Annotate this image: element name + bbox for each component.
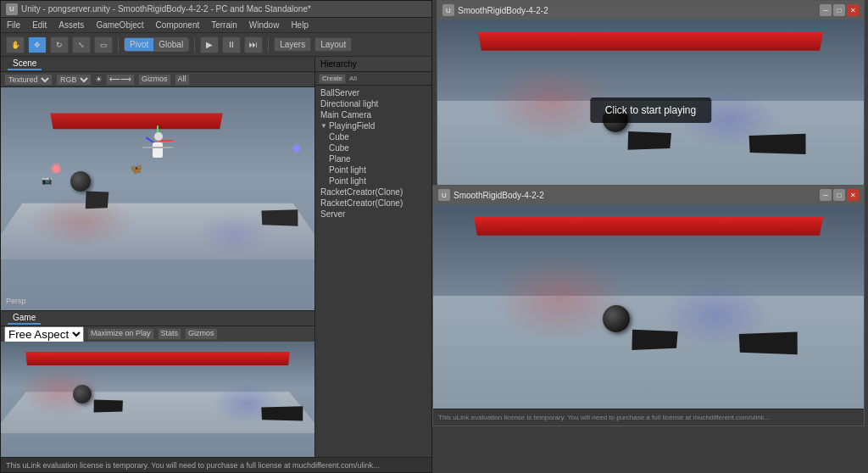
menu-file[interactable]: File: [4, 19, 23, 31]
scene-view-mode-select[interactable]: Textured: [4, 74, 53, 86]
layout-button[interactable]: Layout: [314, 37, 352, 52]
menu-gameobject[interactable]: GameObject: [93, 19, 146, 31]
hier-item-plane[interactable]: Plane: [315, 153, 431, 164]
game-panel-tabs: Game: [1, 311, 314, 326]
game-3d-view: [1, 342, 314, 459]
maximize-on-play-button[interactable]: Maximize on Play: [87, 328, 154, 340]
hierarchy-content: BallServer Directional light Main Camera…: [315, 86, 431, 459]
scene-game-panels: Scene Textured RGB ☀ ⟵⟶ Gizmos All: [1, 57, 314, 459]
smooth-window-1: U SmoothRigidBody-4-2-2 ─ □ ✕ Click to s…: [437, 0, 865, 182]
playingfield-arrow: ▼: [320, 122, 327, 130]
hier-item-ballserver[interactable]: BallServer: [315, 87, 431, 98]
hier-item-playingfield[interactable]: ▼ PlayingField: [315, 120, 431, 131]
stats-button[interactable]: Stats: [158, 328, 182, 340]
toolbar-separator-2: [194, 37, 195, 53]
gizmos-game-button[interactable]: Gizmos: [185, 328, 218, 340]
hier-item-server-label: Server: [320, 209, 345, 219]
game-block-right: [261, 406, 303, 420]
toolbar-separator-3: [268, 37, 269, 53]
hier-item-cube-2[interactable]: Cube: [315, 142, 431, 153]
hierarchy-create-button[interactable]: Create: [319, 74, 346, 84]
smooth-minimize-button-1[interactable]: ─: [820, 4, 832, 16]
hier-item-directional-light-label: Directional light: [320, 99, 378, 109]
hier-item-racketcreator-1[interactable]: RacketCreator(Clone): [315, 186, 431, 198]
scene-all-button[interactable]: All: [175, 74, 190, 86]
smooth-block-left-2: [632, 330, 677, 350]
scene-viewport[interactable]: 📷 🦋 Persp: [1, 87, 314, 310]
smooth-window-2: U SmoothRigidBody-4-2-2 ─ □ ✕ This uLink…: [432, 185, 865, 426]
smooth-title-bar-1: U SmoothRigidBody-4-2-2 ─ □ ✕: [437, 1, 864, 19]
layers-button[interactable]: Layers: [274, 37, 311, 52]
hier-item-ballserver-label: BallServer: [320, 88, 359, 97]
game-ball: [73, 385, 92, 403]
block-left-scene: [86, 191, 109, 209]
move-tool-button[interactable]: ✥: [28, 36, 47, 53]
hierarchy-panel: Hierarchy Create All BallServer Directio…: [314, 57, 431, 459]
smooth-close-button-2[interactable]: ✕: [847, 189, 859, 201]
hier-item-server[interactable]: Server: [315, 209, 431, 220]
global-button[interactable]: Global: [153, 38, 188, 51]
smooth-minimize-button-2[interactable]: ─: [820, 189, 832, 201]
game-red-bar: [25, 352, 290, 365]
scene-tab[interactable]: Scene: [8, 58, 42, 70]
smooth-status-bar-2: This uLink evaluation license is tempora…: [433, 409, 864, 426]
smooth-game-render-1[interactable]: Click to start playing: [437, 19, 864, 200]
scene-view-toolbar: Textured RGB ☀ ⟵⟶ Gizmos All: [1, 72, 314, 87]
game-block-left: [94, 399, 123, 412]
ball-scene: [70, 171, 91, 192]
unity-title-bar: U Unity - pongserver.unity - SmoothRigid…: [1, 1, 431, 18]
menu-help[interactable]: Help: [288, 19, 311, 31]
hier-item-main-camera-label: Main Camera: [320, 110, 371, 120]
smooth-game-render-2[interactable]: [433, 204, 864, 409]
unity-title: Unity - pongserver.unity - SmoothRigidBo…: [21, 4, 311, 14]
smooth-title-bar-2: U SmoothRigidBody-4-2-2 ─ □ ✕: [433, 186, 864, 204]
game-viewport[interactable]: [1, 342, 314, 459]
menu-edit[interactable]: Edit: [30, 19, 49, 31]
menu-assets[interactable]: Assets: [56, 19, 86, 31]
right-light-glow: [200, 213, 268, 255]
hier-item-point-light-2[interactable]: Point light: [315, 175, 431, 186]
hier-item-racketcreator-1-label: RacketCreator(Clone): [320, 187, 403, 197]
smooth-maximize-button-1[interactable]: □: [833, 4, 845, 16]
smooth-title-2: SmoothRigidBody-4-2-2: [453, 191, 544, 200]
menu-component[interactable]: Component: [153, 19, 203, 31]
click-to-play-overlay[interactable]: Click to start playing: [590, 97, 711, 123]
game-view-toolbar: Free Aspect Maximize on Play Stats Gizmo…: [1, 326, 314, 342]
hier-item-directional-light[interactable]: Directional light: [315, 98, 431, 109]
scene-color-select[interactable]: RGB: [56, 74, 92, 86]
smooth-unity-icon-1: U: [442, 4, 454, 16]
scene-panel-tabs: Scene: [1, 57, 314, 72]
hier-item-playingfield-label: PlayingField: [329, 121, 375, 131]
hier-item-main-camera[interactable]: Main Camera: [315, 109, 431, 120]
hier-item-point-light-1-label: Point light: [329, 165, 366, 175]
menu-window[interactable]: Window: [247, 19, 282, 31]
smooth-block-right-2: [739, 332, 798, 355]
rotate-tool-button[interactable]: ↻: [50, 36, 69, 53]
game-tab[interactable]: Game: [8, 312, 41, 325]
rect-tool-button[interactable]: ▭: [94, 36, 113, 53]
hier-item-racketcreator-2[interactable]: RacketCreator(Clone): [315, 198, 431, 209]
smooth-close-button-1[interactable]: ✕: [847, 4, 859, 16]
smooth-maximize-button-2[interactable]: □: [833, 189, 845, 201]
pause-button[interactable]: ⏸: [222, 36, 241, 53]
gizmos-button[interactable]: Gizmos: [138, 74, 171, 86]
light-icon-right: [292, 143, 302, 153]
hier-item-racketcreator-2-label: RacketCreator(Clone): [320, 198, 403, 208]
hierarchy-toolbar: Create All: [315, 72, 431, 86]
menu-terrain[interactable]: Terrain: [209, 19, 240, 31]
hier-item-point-light-2-label: Point light: [329, 176, 366, 186]
status-bar-text: This uLink evaluation license is tempora…: [6, 461, 379, 470]
play-button[interactable]: ▶: [200, 36, 219, 53]
step-button[interactable]: ⏭: [244, 36, 263, 53]
hand-tool-button[interactable]: ✋: [6, 36, 25, 53]
click-to-play-text: Click to start playing: [605, 104, 696, 116]
aspect-ratio-select[interactable]: Free Aspect: [4, 326, 84, 342]
scale-tool-button[interactable]: ⤡: [72, 36, 91, 53]
smooth-block-right-1: [749, 134, 806, 154]
scene-toolbar-arrows[interactable]: ⟵⟶: [106, 74, 135, 86]
hier-item-point-light-1[interactable]: Point light: [315, 164, 431, 175]
pivot-button[interactable]: Pivot: [125, 38, 153, 51]
hier-item-plane-label: Plane: [329, 154, 351, 164]
hier-item-cube-1[interactable]: Cube: [315, 131, 431, 142]
hierarchy-all-label: All: [349, 75, 357, 82]
